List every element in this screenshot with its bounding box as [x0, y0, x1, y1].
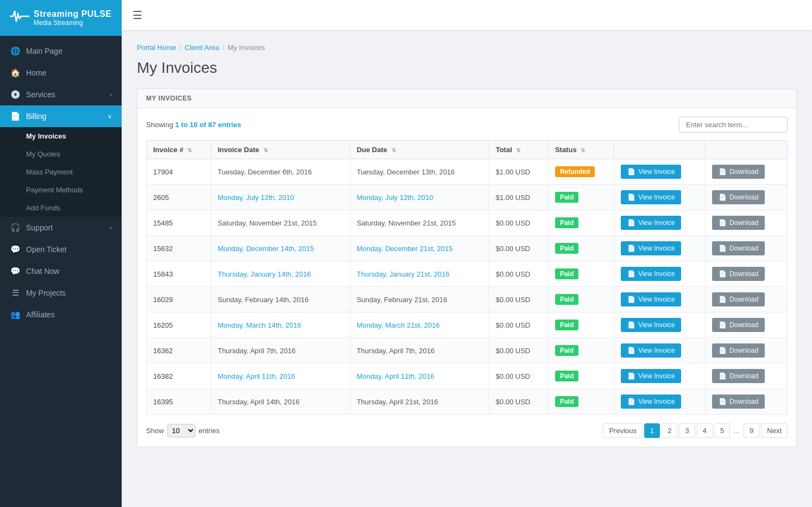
- download-button[interactable]: 📄 Download: [712, 190, 765, 204]
- status-badge: Paid: [555, 345, 578, 356]
- view-invoice-button[interactable]: 📄 View Invoice: [621, 267, 681, 281]
- download-cell: 📄 Download: [706, 236, 788, 261]
- download-icon: 📄: [719, 168, 727, 176]
- invoice-number-cell: 16395: [147, 389, 211, 415]
- view-invoice-button[interactable]: 📄 View Invoice: [621, 292, 681, 306]
- breadcrumb-portal-home[interactable]: Portal Home: [137, 43, 176, 52]
- view-invoice-button[interactable]: 📄 View Invoice: [621, 216, 681, 230]
- download-button[interactable]: 📄 Download: [712, 267, 765, 281]
- sort-icon: ⇅: [581, 147, 585, 153]
- file-icon: 📄: [627, 219, 635, 227]
- table-row: 2605 Monday, July 12th, 2010 Monday, Jul…: [147, 185, 788, 210]
- status-cell: Paid: [548, 338, 614, 364]
- col-status[interactable]: Status ⇅: [548, 141, 614, 159]
- sidebar-item-services[interactable]: 💿 Services ›: [0, 84, 122, 105]
- status-cell: Paid: [548, 210, 614, 236]
- hamburger-button[interactable]: ☰: [133, 9, 142, 22]
- page-button-4[interactable]: 4: [697, 423, 713, 438]
- download-button[interactable]: 📄 Download: [712, 318, 765, 332]
- download-button[interactable]: 📄 Download: [712, 395, 765, 409]
- col-invoice-date[interactable]: Invoice Date ⇅: [211, 141, 350, 159]
- download-icon: 📄: [719, 372, 727, 380]
- invoice-number-cell: 15632: [147, 236, 211, 261]
- download-button[interactable]: 📄 Download: [712, 343, 765, 358]
- status-cell: Paid: [548, 389, 614, 415]
- download-button[interactable]: 📄 Download: [712, 216, 765, 230]
- download-button[interactable]: 📄 Download: [712, 292, 765, 306]
- file-icon: 📄: [627, 321, 635, 329]
- view-invoice-button[interactable]: 📄 View Invoice: [621, 395, 681, 409]
- sidebar-item-label: Billing: [26, 112, 46, 121]
- subnav-item-mass-payment[interactable]: Mass Payment: [0, 163, 122, 181]
- invoice-date-cell: Thursday, April 14th, 2016: [211, 389, 350, 415]
- invoice-date-cell: Monday, December 14th, 2015: [211, 236, 350, 261]
- total-cell: $0.00 USD: [489, 287, 548, 312]
- sidebar-item-affiliates[interactable]: 👥 Affiliates: [0, 304, 122, 326]
- download-cell: 📄 Download: [706, 312, 788, 338]
- entries-label: entries: [199, 427, 220, 435]
- invoice-number-cell: 17904: [147, 159, 211, 185]
- table-controls-top: Showing 1 to 10 of 87 entries: [146, 117, 788, 133]
- status-badge: Paid: [555, 294, 578, 305]
- breadcrumb-client-area[interactable]: Client Area: [185, 43, 219, 52]
- page-button-3[interactable]: 3: [679, 423, 695, 438]
- download-button[interactable]: 📄 Download: [712, 241, 765, 255]
- col-total[interactable]: Total ⇅: [489, 141, 548, 159]
- download-icon: 📄: [719, 270, 727, 278]
- status-cell: Refunded: [548, 159, 614, 185]
- page-button-2[interactable]: 2: [662, 423, 677, 438]
- status-badge: Paid: [555, 396, 578, 407]
- sidebar-item-chat-now[interactable]: 💬 Chat Now: [0, 260, 122, 282]
- download-icon: 📄: [719, 193, 727, 201]
- view-invoice-button[interactable]: 📄 View Invoice: [621, 190, 681, 204]
- sidebar-item-support[interactable]: 🎧 Support ›: [0, 217, 122, 239]
- table-row: 15843 Thursday, January 14th, 2016 Thurs…: [147, 261, 788, 287]
- search-input[interactable]: [679, 117, 788, 133]
- view-invoice-button[interactable]: 📄 View Invoice: [621, 241, 681, 255]
- file-icon: 📄: [627, 193, 635, 201]
- sort-icon: ⇅: [516, 147, 520, 153]
- col-due-date[interactable]: Due Date ⇅: [350, 141, 489, 159]
- due-date-cell: Monday, December 21st, 2015: [350, 236, 489, 261]
- page-button-1[interactable]: 1: [644, 423, 660, 438]
- view-invoice-button[interactable]: 📄 View Invoice: [621, 369, 681, 383]
- invoice-date-cell: Thursday, April 7th, 2016: [211, 338, 350, 364]
- invoice-date-cell: Sunday, February 14th, 2016: [211, 287, 350, 312]
- per-page-select[interactable]: 10 25 50 100: [167, 424, 196, 437]
- view-invoice-cell: 📄 View Invoice: [614, 159, 706, 185]
- invoice-date-cell: Saturday, November 21st, 2015: [211, 210, 350, 236]
- view-invoice-cell: 📄 View Invoice: [614, 236, 706, 261]
- sidebar-item-my-projects[interactable]: ☰ My Projects: [0, 282, 122, 304]
- breadcrumb-current: My Invoices: [228, 43, 265, 52]
- view-invoice-button[interactable]: 📄 View Invoice: [621, 165, 681, 179]
- sort-icon: ⇅: [392, 147, 396, 153]
- subnav-item-payment-methods[interactable]: Payment Methods: [0, 181, 122, 199]
- sidebar-item-main-page[interactable]: 🌐 Main Page: [0, 40, 122, 62]
- sidebar-item-home[interactable]: 🏠 Home: [0, 62, 122, 84]
- download-cell: 📄 Download: [706, 338, 788, 364]
- sort-icon: ⇅: [263, 147, 268, 153]
- download-button[interactable]: 📄 Download: [712, 165, 765, 179]
- view-invoice-button[interactable]: 📄 View Invoice: [621, 343, 681, 358]
- status-cell: Paid: [548, 287, 614, 312]
- total-cell: $0.00 USD: [489, 261, 548, 287]
- download-button[interactable]: 📄 Download: [712, 369, 765, 383]
- page-button-5[interactable]: 5: [714, 423, 730, 438]
- total-cell: $0.00 USD: [489, 236, 548, 261]
- invoice-number-cell: 16029: [147, 287, 211, 312]
- sidebar-item-billing[interactable]: 📄 Billing ∨: [0, 105, 122, 127]
- due-date-cell: Monday, July 12th, 2010: [350, 185, 489, 210]
- next-button[interactable]: Next: [761, 423, 788, 438]
- status-cell: Paid: [548, 312, 614, 338]
- col-invoice-num[interactable]: Invoice # ⇅: [147, 141, 211, 159]
- subnav-item-my-invoices[interactable]: My Invoices: [0, 127, 122, 145]
- sidebar-item-open-ticket[interactable]: 💬 Open Ticket: [0, 239, 122, 260]
- subnav-item-my-quotes[interactable]: My Quotes: [0, 145, 122, 163]
- view-invoice-cell: 📄 View Invoice: [614, 364, 706, 389]
- previous-button[interactable]: Previous: [603, 423, 643, 438]
- due-date-cell: Thursday, April 7th, 2016: [350, 338, 489, 364]
- page-button-9[interactable]: 9: [744, 423, 759, 438]
- subnav-item-add-funds[interactable]: Add Funds: [0, 199, 122, 217]
- status-badge: Paid: [555, 192, 578, 203]
- view-invoice-button[interactable]: 📄 View Invoice: [621, 318, 681, 332]
